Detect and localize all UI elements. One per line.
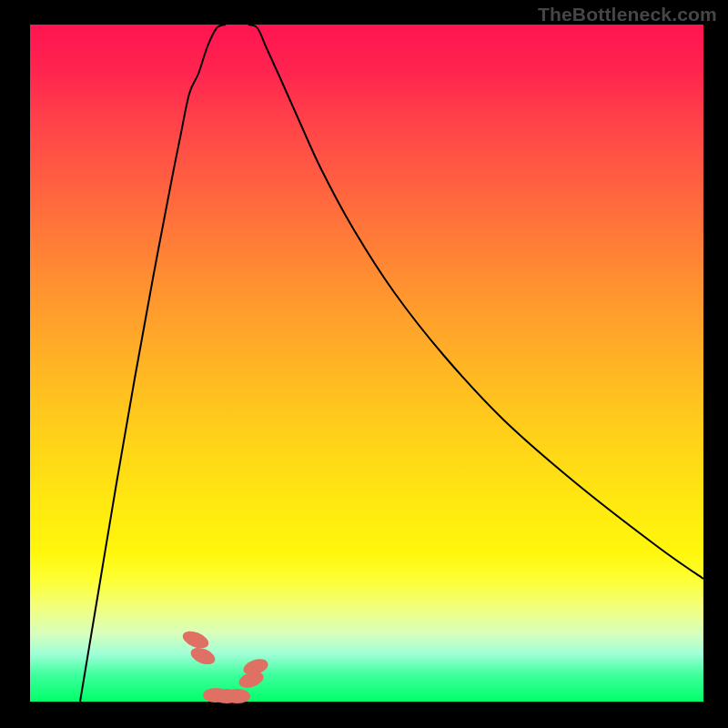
watermark-text: TheBottleneck.com — [538, 4, 717, 25]
curve-right-curve — [248, 25, 703, 579]
left-marker-upper — [180, 628, 211, 652]
marker-group — [180, 628, 270, 703]
curve-left-curve — [80, 25, 226, 702]
chart-svg — [30, 25, 703, 702]
bottom-marker-right — [225, 689, 250, 703]
chart-frame: TheBottleneck.com — [0, 0, 728, 728]
curve-group — [80, 25, 703, 702]
